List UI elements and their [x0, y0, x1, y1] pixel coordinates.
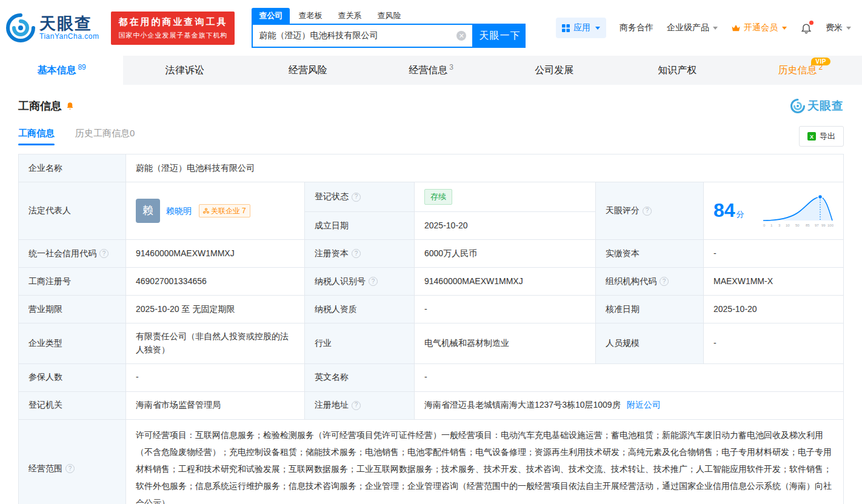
legal-rep-avatar[interactable]: 赖: [136, 199, 160, 223]
legal-rep-link[interactable]: 赖晓明: [166, 206, 192, 216]
label-text: 登记状态: [315, 190, 349, 204]
value-text: -: [136, 371, 139, 384]
apps-menu[interactable]: 应用: [556, 18, 606, 38]
export-label: 导出: [820, 131, 835, 142]
clear-search-icon[interactable]: ✕: [456, 31, 466, 41]
field-label-registered-address: 注册地址 ?: [305, 392, 415, 420]
business-cooperation-link[interactable]: 商务合作: [620, 22, 653, 33]
field-label-reg-status: 登记状态 ?: [305, 182, 415, 212]
label-text: 英文名称: [315, 371, 349, 384]
company-info-table: 企业名称 蔚能（澄迈）电池科技有限公司 法定代表人 赖 赖晓明 关联企业 7: [18, 154, 844, 504]
field-label-registration-authority: 登记机关: [19, 392, 126, 420]
tab-operation-risk[interactable]: 经营风险: [246, 56, 369, 85]
svg-text:1: 1: [770, 224, 773, 227]
tab-intellectual-property[interactable]: 知识产权: [616, 56, 739, 85]
field-label-business-scope: 经营范围 ?: [19, 420, 126, 504]
tab-label: 历史信息: [778, 64, 817, 77]
value-text: 91460000MAEXW1MMXJ: [424, 275, 523, 288]
tianyancha-watermark: 天眼查: [790, 98, 844, 114]
help-icon[interactable]: ?: [352, 249, 361, 258]
field-label-registration-number: 工商注册号: [19, 268, 126, 296]
svg-text:X: X: [810, 134, 814, 140]
tab-history-info[interactable]: VIP 历史信息 2: [739, 56, 862, 85]
help-icon[interactable]: ?: [660, 277, 669, 286]
open-vip-link[interactable]: 开通会员: [731, 22, 787, 33]
search-input-wrap: ✕: [252, 24, 473, 48]
field-value-score[interactable]: 84分 0 1 3 10 50 85 97 99 100: [704, 182, 844, 240]
subtab-business-info[interactable]: 工商信息: [18, 128, 55, 145]
field-label-taxpayer-id: 纳税人识别号 ?: [305, 268, 415, 296]
tab-label: 经营信息: [409, 64, 447, 77]
nearby-companies-link[interactable]: 附近公司: [627, 399, 661, 412]
notifications-bell[interactable]: [800, 22, 812, 34]
value-text: -: [424, 303, 427, 316]
apps-label: 应用: [573, 22, 590, 33]
search-tab-risk[interactable]: 查风险: [370, 8, 408, 24]
score-value: 84: [713, 199, 735, 221]
field-label-english-name: 英文名称: [305, 364, 415, 392]
help-icon[interactable]: ?: [99, 249, 109, 258]
help-icon[interactable]: ?: [65, 464, 75, 473]
notification-dot: [809, 21, 814, 25]
label-text: 人员规模: [606, 337, 640, 350]
field-value-registered-address: 海南省澄迈县老城镇南海大道1237号3栋10层1009房 附近公司: [415, 392, 844, 420]
value-text: -: [713, 247, 717, 260]
chevron-down-icon: [595, 27, 600, 30]
field-value-staff-size: -: [704, 323, 844, 363]
tab-label: 法律诉讼: [165, 64, 204, 77]
export-button[interactable]: X 导出: [799, 126, 844, 147]
score-number: 84分: [713, 201, 744, 221]
search-tab-relation[interactable]: 查关系: [330, 8, 369, 24]
label-text: 营业期限: [28, 303, 62, 316]
field-value-approval-date: 2025-10-20: [704, 296, 844, 323]
value-text: 海南省澄迈县老城镇南海大道1237号3栋10层1009房: [424, 399, 621, 412]
label-text: 纳税人识别号: [315, 275, 366, 288]
search-input[interactable]: [259, 31, 456, 41]
value-text: 有限责任公司（非自然人投资或控股的法人独资）: [136, 330, 295, 356]
value-text: 91460000MAEXW1MMXJ: [136, 247, 235, 260]
svg-text:3: 3: [778, 224, 781, 227]
help-icon[interactable]: ?: [352, 401, 361, 410]
open-vip-label: 开通会员: [744, 22, 778, 33]
search-tab-boss[interactable]: 查老板: [291, 8, 329, 24]
score-unit: 分: [737, 210, 744, 220]
help-icon[interactable]: ?: [369, 277, 378, 286]
section-head: 工商信息 天眼查: [18, 98, 844, 114]
help-icon[interactable]: ?: [643, 207, 652, 216]
tab-count: 2: [819, 63, 823, 71]
tab-operation-info[interactable]: 经营信息 3: [369, 56, 492, 85]
tab-basic-info[interactable]: 基本信息 89: [0, 56, 123, 85]
field-value-taxpayer-id: 91460000MAEXW1MMXJ: [415, 268, 596, 296]
label-text: 统一社会信用代码: [28, 247, 96, 260]
label-text: 注册地址: [315, 399, 349, 412]
field-value-business-term: 2025-10-20 至 无固定期限: [126, 296, 305, 323]
slogan-line2: 国家中小企业发展子基金旗下机构: [118, 31, 227, 40]
watermark-text: 天眼查: [807, 98, 844, 114]
tab-company-development[interactable]: 公司发展: [493, 56, 616, 85]
chevron-down-icon: [782, 27, 787, 30]
label-text: 注册资本: [315, 247, 349, 260]
user-menu[interactable]: 费米: [826, 22, 851, 33]
subscribe-bell-icon[interactable]: [65, 102, 75, 111]
value-text: -: [424, 371, 427, 384]
section-title: 工商信息: [18, 99, 75, 113]
field-value-registered-capital: 6000万人民币: [415, 240, 596, 268]
field-label-score: 天眼评分 ?: [596, 182, 704, 240]
subtab-history-business-info[interactable]: 历史工商信息0: [75, 128, 135, 145]
tab-count: 89: [78, 63, 85, 71]
tianyancha-logo[interactable]: 天眼查 TianYanCha.com: [6, 13, 99, 42]
search-button[interactable]: 天眼一下: [473, 24, 526, 48]
brand-name: 天眼查: [39, 15, 99, 32]
help-icon[interactable]: ?: [352, 193, 361, 202]
label-text: 组织机构代码: [606, 275, 657, 288]
related-companies-badge[interactable]: 关联企业 7: [199, 204, 250, 218]
search-tab-company[interactable]: 查公司: [252, 8, 290, 24]
tab-label: 知识产权: [658, 64, 697, 77]
tab-legal-proceedings[interactable]: 法律诉讼: [123, 56, 246, 85]
field-label-established: 成立日期: [305, 212, 415, 240]
legal-rep-info: 赖晓明 关联企业 7: [166, 204, 250, 218]
label-text: 行业: [315, 337, 332, 350]
field-value-company-name: 蔚能（澄迈）电池科技有限公司: [126, 154, 844, 182]
svg-text:97: 97: [815, 224, 819, 227]
enterprise-products-link[interactable]: 企业级产品: [667, 22, 718, 33]
